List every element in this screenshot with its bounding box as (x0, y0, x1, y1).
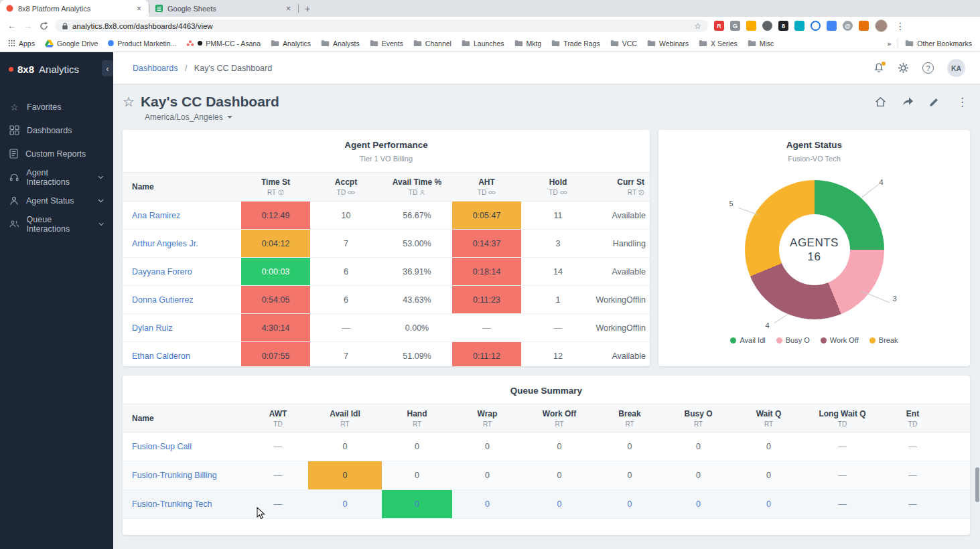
other-bookmarks[interactable]: Other Bookmarks (905, 40, 972, 48)
queue-name-link[interactable]: Fusion-Trunking Tech (123, 490, 248, 518)
extension-icon[interactable] (811, 21, 821, 31)
bookmark-star-icon[interactable]: ☆ (694, 21, 701, 31)
sidebar-item-agent-status[interactable]: Agent Status (0, 189, 113, 212)
sidebar-item-dashboards[interactable]: Dashboards (0, 119, 113, 142)
agent-name-link[interactable]: Dylan Ruiz (123, 314, 241, 341)
column-header-avail-idl[interactable]: Avail IdlRT (308, 404, 382, 432)
agent-name-link[interactable]: Ana Ramirez (123, 202, 241, 229)
bookmark-folder-analytics[interactable]: Analytics (271, 40, 311, 48)
agent-name-link[interactable]: Ethan Calderon (123, 342, 241, 366)
bookmark-folder-webinars[interactable]: Webinars (647, 40, 689, 48)
extension-icon[interactable] (859, 21, 869, 31)
extension-icon[interactable] (794, 21, 804, 31)
hold-cell: 11 (521, 202, 595, 229)
column-header-hand[interactable]: HandRT (382, 404, 452, 432)
column-header-avail-time[interactable]: Avail Time %TD (382, 173, 452, 201)
extension-icon[interactable]: G (730, 21, 740, 31)
column-header-wait-q[interactable]: Wait QRT (733, 404, 804, 432)
bookmark-product-marketing[interactable]: Product Marketin... (108, 40, 176, 48)
sidebar-item-agent-interactions[interactable]: Agent Interactions (0, 165, 113, 189)
bookmark-folder-analysts[interactable]: Analysts (321, 40, 360, 48)
table-row[interactable]: Fusion-Trunking Tech — 0 0 0 0 0 0 0 — — (123, 490, 970, 519)
table-row[interactable]: Ethan Calderon 0:07:55 7 51.09% 0:11:12 … (123, 342, 650, 366)
bookmark-folder-channel[interactable]: Channel (413, 40, 451, 48)
close-icon[interactable]: × (285, 4, 292, 13)
legend-item-busy-o[interactable]: Busy O (776, 336, 810, 344)
legend-item-avail-idl[interactable]: Avail Idl (730, 336, 765, 344)
column-header-long-wait-q[interactable]: Long Wait QTD (804, 404, 881, 432)
browser-profile-avatar[interactable] (875, 19, 888, 32)
home-icon[interactable] (875, 96, 886, 107)
extension-icon[interactable] (746, 21, 756, 31)
column-header-aht[interactable]: AHTTD (452, 173, 521, 201)
more-options-icon[interactable]: ⋮ (955, 95, 970, 109)
breadcrumb-dashboards-link[interactable]: Dashboards (133, 64, 178, 73)
extension-icon[interactable]: @ (843, 21, 853, 31)
bookmarks-overflow-icon[interactable]: » (887, 40, 891, 48)
sidebar-item-queue-interactions[interactable]: Queue Interactions (0, 212, 113, 236)
extension-icon[interactable] (827, 21, 837, 31)
table-row[interactable]: Ana Ramirez 0:12:49 10 56.67% 0:05:47 11… (123, 202, 650, 230)
table-row[interactable]: Fusion-Trunking Billing — 0 0 0 0 0 0 0 … (123, 461, 970, 490)
bookmark-folder-launches[interactable]: Launches (462, 40, 504, 48)
bookmark-google-drive[interactable]: Google Drive (45, 40, 98, 48)
extension-icon[interactable]: R (714, 21, 724, 31)
help-button[interactable]: ? (922, 62, 934, 74)
scrollbar-thumb[interactable] (975, 467, 979, 502)
extension-icon[interactable] (762, 21, 772, 31)
sidebar-item-custom-reports[interactable]: Custom Reports (0, 142, 113, 165)
bookmark-folder-misc[interactable]: Misc (748, 40, 774, 48)
favorite-star-icon[interactable]: ☆ (123, 95, 135, 108)
table-row[interactable]: Dayyana Forero 0:00:03 6 36.91% 0:18:14 … (123, 258, 650, 286)
agent-name-link[interactable]: Arthur Angeles Jr. (123, 230, 241, 257)
table-row[interactable]: Donna Gutierrez 0:54:05 6 43.63% 0:11:23… (123, 286, 650, 314)
table-row[interactable]: Fusion-Sup Call — 0 0 0 0 0 0 0 — — (123, 433, 970, 461)
column-header-hold[interactable]: HoldTD (521, 173, 595, 201)
user-avatar[interactable]: KA (947, 59, 965, 77)
column-header-name[interactable]: Name (123, 404, 248, 432)
forward-icon[interactable]: → (23, 21, 33, 31)
bookmark-asana[interactable]: PMM-CC - Asana (186, 40, 261, 48)
column-header-busy-o[interactable]: Busy ORT (663, 404, 733, 432)
bookmark-folder-trade-rags[interactable]: Trade Rags (551, 40, 600, 48)
bookmark-folder-events[interactable]: Events (370, 40, 403, 48)
address-bar[interactable]: analytics.8x8.com/dashboards/4463/view ☆ (55, 19, 708, 32)
bookmark-folder-x-series[interactable]: X Series (699, 40, 738, 48)
sidebar-item-favorites[interactable]: ☆ Favorites (0, 95, 113, 119)
column-header-break[interactable]: BreakRT (596, 404, 663, 432)
edit-pencil-icon[interactable] (929, 97, 939, 107)
column-header-curr-st[interactable]: Curr StRT (595, 173, 650, 201)
bookmark-folder-vcc[interactable]: VCC (610, 40, 637, 48)
extension-icon[interactable]: 8 (778, 21, 788, 31)
sidebar-collapse-button[interactable]: ‹ (102, 60, 113, 76)
browser-menu-icon[interactable]: ⋮ (894, 21, 907, 31)
tab-8x8-analytics[interactable]: 8x8 Platform Analytics × (0, 0, 149, 17)
column-header-accpt[interactable]: AccptTD (310, 173, 382, 201)
share-icon[interactable] (902, 96, 914, 107)
back-icon[interactable]: ← (7, 21, 17, 31)
gear-icon[interactable] (898, 62, 909, 74)
refresh-icon[interactable] (39, 21, 49, 31)
queue-name-link[interactable]: Fusion-Sup Call (123, 433, 248, 461)
column-header-time-st[interactable]: Time StRT (241, 173, 310, 201)
bookmark-folder-mktg[interactable]: Mktg (514, 40, 542, 48)
table-row[interactable]: Dylan Ruiz 4:30:14 — 0.00% — — WorkingOf… (123, 314, 650, 342)
legend-item-break[interactable]: Break (869, 336, 898, 344)
agent-name-link[interactable]: Dayyana Forero (123, 258, 241, 285)
timezone-selector[interactable]: America/Los_Angeles (145, 112, 970, 122)
column-header-ent[interactable]: EntTD (881, 404, 944, 432)
new-tab-button[interactable]: + (299, 3, 316, 14)
legend-item-work-off[interactable]: Work Off (821, 336, 859, 344)
table-row[interactable]: Arthur Angeles Jr. 0:04:12 7 53.00% 0:14… (123, 230, 650, 258)
tab-google-sheets[interactable]: Google Sheets × (149, 0, 298, 17)
column-header-name[interactable]: Name (123, 173, 241, 201)
column-header-wrap[interactable]: WrapRT (452, 404, 522, 432)
agent-name-link[interactable]: Donna Gutierrez (123, 286, 241, 313)
close-icon[interactable]: × (135, 4, 143, 13)
bookmark-label: PMM-CC - Asana (206, 40, 261, 48)
column-header-awt[interactable]: AWTTD (248, 404, 308, 432)
column-header-work-off[interactable]: Work OffRT (522, 404, 596, 432)
notifications-button[interactable] (873, 62, 884, 74)
bookmark-apps[interactable]: Apps (8, 40, 35, 48)
queue-name-link[interactable]: Fusion-Trunking Billing (123, 461, 248, 489)
